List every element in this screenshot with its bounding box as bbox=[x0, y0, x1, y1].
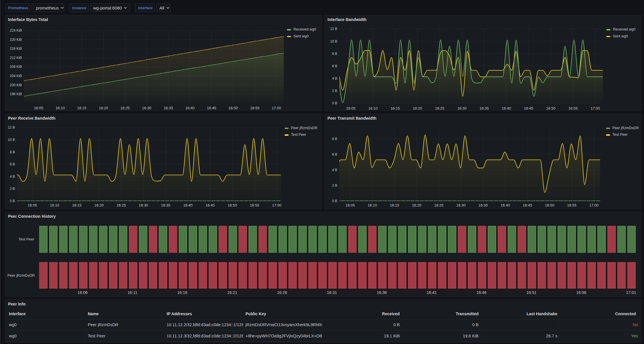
svg-text:17:00: 17:00 bbox=[272, 106, 281, 110]
svg-text:16:45: 16:45 bbox=[524, 106, 534, 110]
svg-text:16:25: 16:25 bbox=[117, 203, 126, 207]
svg-text:17:00: 17:00 bbox=[590, 106, 600, 110]
svg-text:224 KiB: 224 KiB bbox=[10, 28, 22, 33]
svg-text:16:20: 16:20 bbox=[413, 106, 422, 110]
svg-text:16:10: 16:10 bbox=[368, 203, 377, 207]
svg-text:6 B: 6 B bbox=[332, 64, 337, 68]
svg-text:16:40: 16:40 bbox=[502, 106, 511, 110]
svg-text:16:26: 16:26 bbox=[277, 290, 287, 295]
svg-text:16:10: 16:10 bbox=[56, 106, 65, 110]
svg-text:16:35: 16:35 bbox=[161, 203, 171, 207]
svg-text:220 KiB: 220 KiB bbox=[10, 38, 22, 42]
svg-text:16:05: 16:05 bbox=[34, 106, 43, 110]
svg-text:16:30: 16:30 bbox=[457, 106, 467, 110]
svg-text:16:35: 16:35 bbox=[479, 106, 489, 110]
svg-text:12 B: 12 B bbox=[330, 27, 337, 31]
svg-text:2 B: 2 B bbox=[332, 89, 337, 93]
svg-text:204 KiB: 204 KiB bbox=[10, 74, 22, 78]
svg-text:16:51: 16:51 bbox=[526, 290, 536, 295]
svg-text:16:55: 16:55 bbox=[250, 203, 259, 207]
svg-text:200 KiB: 200 KiB bbox=[10, 83, 22, 87]
svg-text:16:30: 16:30 bbox=[456, 203, 466, 207]
svg-text:16:50: 16:50 bbox=[228, 106, 238, 110]
svg-text:16:46: 16:46 bbox=[477, 290, 487, 295]
svg-text:16:40: 16:40 bbox=[185, 106, 195, 110]
svg-text:16:50: 16:50 bbox=[545, 203, 555, 207]
svg-text:16:45: 16:45 bbox=[205, 203, 215, 207]
svg-text:16:20: 16:20 bbox=[94, 203, 104, 207]
svg-text:17:00: 17:00 bbox=[589, 203, 599, 207]
svg-text:8 B: 8 B bbox=[10, 150, 15, 154]
svg-text:212 KiB: 212 KiB bbox=[10, 56, 22, 60]
svg-text:16:40: 16:40 bbox=[183, 203, 193, 207]
svg-text:16:15: 16:15 bbox=[390, 106, 400, 110]
svg-text:16:55: 16:55 bbox=[567, 203, 577, 207]
svg-text:16:15: 16:15 bbox=[72, 203, 82, 207]
svg-text:2 B: 2 B bbox=[332, 184, 337, 188]
svg-text:0 B: 0 B bbox=[10, 199, 15, 203]
svg-text:16:31: 16:31 bbox=[327, 290, 337, 295]
svg-text:16:16: 16:16 bbox=[177, 290, 187, 295]
svg-text:16:10: 16:10 bbox=[368, 106, 378, 110]
svg-text:216 KiB: 216 KiB bbox=[10, 47, 22, 51]
svg-text:16:25: 16:25 bbox=[120, 106, 130, 110]
svg-text:4 B: 4 B bbox=[332, 77, 337, 81]
svg-text:16:10: 16:10 bbox=[50, 203, 60, 207]
svg-text:208 KiB: 208 KiB bbox=[10, 65, 22, 69]
svg-text:16:35: 16:35 bbox=[479, 203, 488, 207]
svg-text:16:36: 16:36 bbox=[377, 290, 387, 295]
svg-text:16:56: 16:56 bbox=[576, 290, 586, 295]
svg-text:4 B: 4 B bbox=[10, 175, 15, 179]
svg-text:Test Peer: Test Peer bbox=[18, 237, 35, 241]
svg-text:2 B: 2 B bbox=[10, 187, 15, 191]
svg-text:16:15: 16:15 bbox=[390, 203, 399, 207]
svg-text:16:25: 16:25 bbox=[435, 106, 445, 110]
svg-text:16:41: 16:41 bbox=[427, 290, 437, 295]
svg-text:10 B: 10 B bbox=[330, 39, 337, 43]
svg-text:16:05: 16:05 bbox=[346, 106, 356, 110]
svg-text:12 B: 12 B bbox=[8, 125, 15, 129]
svg-text:6 B: 6 B bbox=[10, 162, 15, 166]
svg-text:16:30: 16:30 bbox=[139, 203, 148, 207]
svg-text:10 B: 10 B bbox=[8, 138, 15, 142]
svg-text:16:05: 16:05 bbox=[28, 203, 37, 207]
svg-text:16:45: 16:45 bbox=[523, 203, 532, 207]
svg-text:16:50: 16:50 bbox=[228, 203, 237, 207]
svg-text:Peer jRzmDsDR: Peer jRzmDsDR bbox=[7, 273, 35, 278]
svg-text:16:20: 16:20 bbox=[99, 106, 108, 110]
svg-text:17:01: 17:01 bbox=[626, 290, 636, 295]
svg-text:8 B: 8 B bbox=[332, 137, 337, 141]
svg-text:16:25: 16:25 bbox=[434, 203, 444, 207]
svg-text:16:40: 16:40 bbox=[501, 203, 510, 207]
svg-text:6 B: 6 B bbox=[332, 152, 337, 156]
svg-text:16:06: 16:06 bbox=[77, 290, 87, 295]
svg-text:16:35: 16:35 bbox=[164, 106, 173, 110]
svg-text:196 KiB: 196 KiB bbox=[10, 92, 22, 96]
svg-text:16:45: 16:45 bbox=[207, 106, 216, 110]
svg-text:16:11: 16:11 bbox=[127, 290, 137, 295]
svg-text:8 B: 8 B bbox=[332, 52, 337, 56]
svg-text:16:30: 16:30 bbox=[142, 106, 151, 110]
svg-text:16:05: 16:05 bbox=[346, 203, 355, 207]
svg-text:0 B: 0 B bbox=[332, 101, 337, 105]
svg-text:0 B: 0 B bbox=[332, 199, 337, 203]
svg-text:16:50: 16:50 bbox=[546, 106, 556, 110]
svg-text:16:55: 16:55 bbox=[568, 106, 578, 110]
svg-text:17:00: 17:00 bbox=[272, 203, 282, 207]
svg-text:16:55: 16:55 bbox=[250, 106, 260, 110]
svg-text:4 B: 4 B bbox=[332, 168, 337, 172]
svg-text:16:15: 16:15 bbox=[77, 106, 87, 110]
svg-text:16:21: 16:21 bbox=[227, 290, 237, 295]
svg-text:16:20: 16:20 bbox=[412, 203, 422, 207]
